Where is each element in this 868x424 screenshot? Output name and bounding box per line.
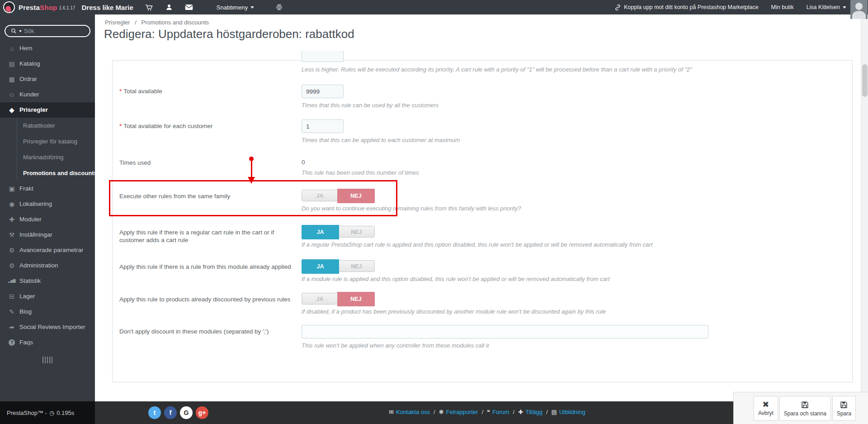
prestashop-logo[interactable] xyxy=(3,1,15,13)
sidebar: ⌂Hem▤Katalog▦Ordrar☺Kunder◆PrisreglerRab… xyxy=(0,14,95,401)
bottom-action-bar: ✖ Avbryt Spara och stanna Spara xyxy=(733,392,868,424)
switch-no-option[interactable]: NEJ xyxy=(339,226,374,237)
footer-link-envelope[interactable]: ✉Kontakta oss xyxy=(389,409,430,415)
text-input[interactable] xyxy=(302,85,344,98)
social-twitter-icon[interactable]: t xyxy=(148,406,161,419)
customer-icon[interactable] xyxy=(165,3,173,11)
messages-icon[interactable] xyxy=(185,3,193,11)
field-hint: If disabled, if a product has been previ… xyxy=(302,308,606,315)
clock-icon: ◷ xyxy=(49,410,54,416)
globe-icon: ◉ xyxy=(5,196,19,212)
sidebar-item-box[interactable]: ⊟Lager xyxy=(0,289,95,304)
sidebar-item-book[interactable]: ▤Katalog xyxy=(0,56,95,71)
cart-icon[interactable] xyxy=(145,3,153,11)
sidebar-item-home[interactable]: ⌂Hem xyxy=(0,41,95,56)
sidebar-item-card[interactable]: ▦Ordrar xyxy=(0,71,95,87)
load-time-label: 0.195s xyxy=(57,410,74,416)
sidebar-item-tag[interactable]: ◆Prisregler xyxy=(0,102,95,118)
sidebar-item-puzzle[interactable]: ✚Moduler xyxy=(0,212,95,227)
sidebar-item-users[interactable]: ☺Kunder xyxy=(0,87,95,102)
required-asterisk: * xyxy=(119,123,122,129)
puzzle-icon: ✚ xyxy=(518,409,523,415)
quick-menu-dropdown[interactable]: Snabbmeny xyxy=(217,4,254,11)
printer-icon[interactable] xyxy=(275,3,283,11)
sidebar-item-label: Kunder xyxy=(19,87,39,102)
sidebar-item-truck[interactable]: ▣Frakt xyxy=(0,181,95,196)
sidebar-resize-handle[interactable] xyxy=(42,357,52,363)
cancel-button[interactable]: ✖ Avbryt xyxy=(754,396,778,421)
sidebar-menu: ⌂Hem▤Katalog▦Ordrar☺Kunder◆PrisreglerRab… xyxy=(0,41,95,350)
sidebar-item-wrench[interactable]: ⚒Inställningar xyxy=(0,227,95,243)
field-label-text: Apply this rule if there is a rule from … xyxy=(119,263,291,270)
sidebar-item-label: Statistik xyxy=(19,273,41,289)
switch-no-option[interactable]: NEJ xyxy=(339,261,374,272)
sidebar-item-label: Avancerade parametrar xyxy=(19,243,84,258)
envelope-icon: ✉ xyxy=(389,409,394,415)
sidebar-subitem[interactable]: Rabattkoder xyxy=(23,118,95,133)
footer-link-separator: / xyxy=(481,409,483,415)
shop-name-link[interactable]: Dress like Marie xyxy=(82,4,133,11)
marketplace-connect-link[interactable]: Koppla upp mot ditt konto på Prestashop … xyxy=(614,4,758,11)
field-control: JANEJIf disabled, if a product has been … xyxy=(302,293,606,315)
sidebar-item-label: Inställningar xyxy=(19,227,52,243)
static-value: 0 xyxy=(302,156,305,166)
field-label: Apply this rule if there is a rule from … xyxy=(119,260,300,271)
my-shop-link[interactable]: Min butik xyxy=(771,4,794,10)
breadcrumb-parent[interactable]: Prisregler xyxy=(105,19,130,26)
social-icons: tfGg+ xyxy=(148,406,208,419)
yes-no-switch: JANEJ xyxy=(302,190,375,201)
sidebar-item-pencil[interactable]: ✎Blog xyxy=(0,304,95,319)
footer-link-label: Tillägg xyxy=(525,409,542,415)
switch-yes-option[interactable]: JA xyxy=(302,225,339,239)
breadcrumb-separator: / xyxy=(135,19,137,26)
sidebar-item-gears[interactable]: ⚙Avancerade parametrar xyxy=(0,243,95,258)
footer-link-puzzle[interactable]: ✚Tillägg xyxy=(518,409,542,415)
breadcrumb-current[interactable]: Promotions and discounts xyxy=(142,19,209,26)
sidebar-subitem[interactable]: Promotions and discounts xyxy=(23,165,95,181)
text-input[interactable] xyxy=(302,119,344,133)
text-input[interactable] xyxy=(302,325,708,338)
sidebar-item-gear[interactable]: ⚙Administration xyxy=(0,258,95,273)
sidebar-subitem[interactable]: Marknadsföring xyxy=(23,149,95,165)
breadcrumb: Prisregler / Promotions and discounts xyxy=(105,19,209,26)
sidebar-item-label: Lager xyxy=(19,289,35,304)
scrollbar-track[interactable] xyxy=(861,14,868,424)
sidebar-subitem[interactable]: Prisregler för katalog xyxy=(23,133,95,149)
field-label-text: Times used xyxy=(119,159,151,166)
search-scope-caret-icon[interactable] xyxy=(19,30,22,32)
switch-yes-option[interactable]: JA xyxy=(302,293,338,304)
footer-link-label: Kontakta oss xyxy=(396,409,430,415)
sidebar-item-chart[interactable]: ▂▅▇Statistik xyxy=(0,273,95,289)
search-input[interactable] xyxy=(24,28,84,34)
save-and-stay-button[interactable]: Spara och stanna xyxy=(779,396,831,421)
sidebar-item-share[interactable]: ➦Social Reviews Importer xyxy=(0,319,95,335)
field-label-text: Apply this rule if there is a regular ca… xyxy=(119,229,274,243)
question-icon: ? xyxy=(5,335,19,350)
social-facebook-icon[interactable]: f xyxy=(164,406,177,419)
field-label-text: Total available for each customer xyxy=(123,123,212,129)
footer-link-separator: / xyxy=(434,409,435,415)
switch-yes-option[interactable]: JA xyxy=(302,259,339,274)
sidebar-item-globe[interactable]: ◉Lokalisering xyxy=(0,196,95,212)
switch-no-option[interactable]: NEJ xyxy=(337,292,375,306)
yes-no-switch: JANEJ xyxy=(302,293,375,305)
social-google-plus-icon[interactable]: g+ xyxy=(196,406,208,419)
user-menu[interactable]: Lisa Kittelsen xyxy=(807,4,846,10)
sidebar-item-question[interactable]: ?Faqs xyxy=(0,335,95,350)
field-label-text: Apply this rule to products already disc… xyxy=(119,296,290,303)
social-github-icon[interactable]: G xyxy=(180,406,193,419)
switch-no-option[interactable]: NEJ xyxy=(337,189,375,203)
field-label: *Total available for each customer xyxy=(119,119,300,130)
footer-link-chat[interactable]: ❝Forum xyxy=(487,409,509,415)
priority-input-cutoff[interactable] xyxy=(302,51,344,62)
switch-yes-option[interactable]: JA xyxy=(302,190,338,201)
bug-icon: ❋ xyxy=(439,409,444,415)
footer-link-bug[interactable]: ❋Felrapporter xyxy=(439,409,478,415)
footer-link-book[interactable]: ▤Utbildning xyxy=(552,409,585,415)
field-label-text: Total available xyxy=(123,88,162,95)
save-icon xyxy=(801,400,809,409)
save-button[interactable]: Spara xyxy=(832,396,856,421)
user-avatar[interactable] xyxy=(850,0,868,19)
form-panel: Less is higher. Rules will be executed a… xyxy=(112,60,853,382)
scrollbar-thumb[interactable] xyxy=(862,64,868,97)
